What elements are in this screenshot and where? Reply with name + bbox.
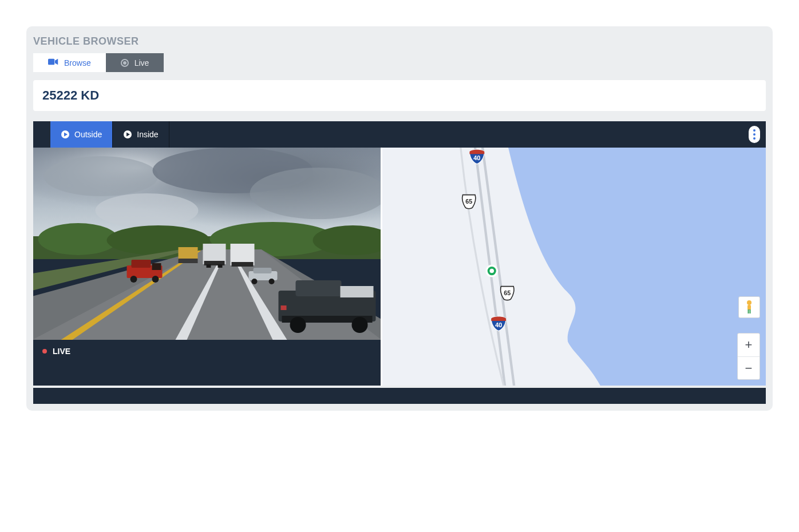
vehicle-browser-panel: VEHICLE BROWSER Browse Live 25222 KD [26,26,773,411]
svg-point-11 [38,223,118,255]
live-tab[interactable]: Live [106,53,164,72]
svg-point-43 [352,317,368,333]
live-label: LIVE [53,347,70,356]
svg-point-49 [747,300,751,305]
radio-icon [121,59,129,67]
browse-tab[interactable]: Browse [33,53,106,72]
svg-point-24 [130,276,137,283]
zoom-controls: + − [737,333,760,380]
svg-rect-23 [152,263,161,270]
svg-point-9 [96,193,199,228]
svg-point-36 [252,279,258,284]
more-options-button[interactable] [749,126,760,143]
play-icon [123,130,132,139]
svg-rect-0 [48,59,54,65]
svg-rect-50 [747,305,751,310]
svg-rect-39 [296,280,342,296]
zoom-out-button[interactable]: − [738,356,760,379]
svg-rect-52 [750,309,751,313]
live-indicator: LIVE [33,340,381,363]
route-shield-number: 65 [465,198,472,205]
svg-rect-40 [341,286,374,297]
svg-point-6 [44,156,159,196]
zoom-in-button[interactable]: + [738,334,760,356]
mode-tabs: Browse Live [33,53,773,72]
svg-rect-26 [179,247,198,260]
inside-view-label: Inside [137,130,158,139]
svg-point-25 [152,276,159,283]
svg-rect-44 [281,305,287,310]
live-dot-icon [42,349,47,354]
view-tabs-bar: Outside Inside [33,121,766,148]
outside-view-tab[interactable]: Outside [50,121,113,148]
svg-rect-27 [179,259,198,263]
svg-point-37 [269,279,275,284]
panel-title: VEHICLE BROWSER [26,26,773,53]
pegman-icon [744,300,754,315]
outside-view-label: Outside [74,130,102,139]
svg-rect-30 [207,264,211,268]
browse-tab-label: Browse [64,58,91,68]
svg-point-42 [290,317,306,333]
inside-view-tab[interactable]: Inside [113,121,169,148]
route-shield-number: 65 [504,289,511,296]
route-shield-number: 40 [495,321,502,328]
timeline-bar[interactable] [33,388,766,404]
video-map-region: Outside Inside [33,121,766,404]
svg-rect-35 [254,268,272,273]
svg-point-48 [489,269,494,273]
streetview-pegman-button[interactable] [738,296,760,318]
svg-rect-31 [218,264,223,268]
map[interactable]: 40 65 65 [382,148,766,386]
video-player: LIVE [33,148,382,386]
svg-rect-22 [132,260,151,268]
route-shield-number: 40 [473,154,480,161]
dashcam-video-frame[interactable] [33,148,381,340]
svg-rect-51 [748,309,749,313]
live-tab-label: Live [135,58,149,68]
camera-icon [48,58,58,68]
svg-rect-33 [232,262,254,267]
vehicle-id: 25222 KD [33,80,766,111]
play-icon [61,130,70,139]
